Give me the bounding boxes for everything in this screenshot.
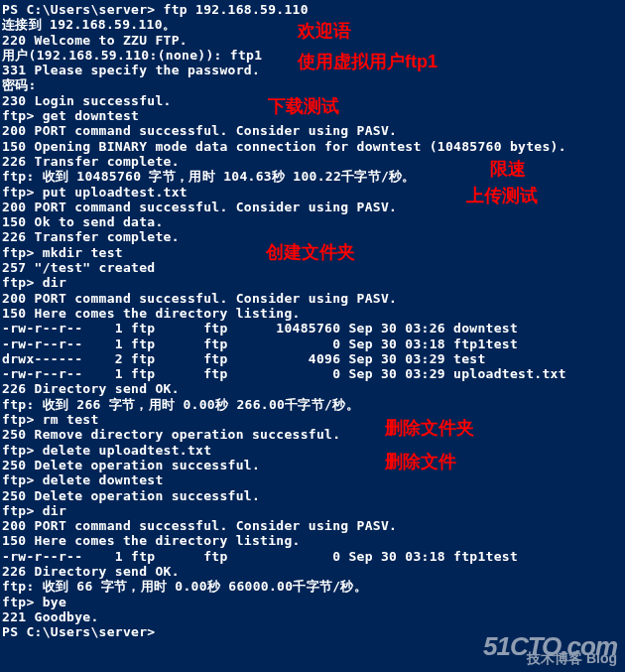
terminal-line: 226 Directory send OK. xyxy=(2,381,623,396)
watermark-url: 51CTO.com xyxy=(483,639,617,654)
terminal-line: PS C:\Users\server> xyxy=(2,624,623,639)
watermark-sub: 技术博客 Blog xyxy=(483,651,617,666)
terminal-line: 密码: xyxy=(2,77,623,92)
terminal-line: 221 Goodbye. xyxy=(2,609,623,624)
terminal-line: ftp> dir xyxy=(2,503,623,518)
terminal-line: -rw-r--r-- 1 ftp ftp 0 Sep 30 03:29 uplo… xyxy=(2,366,623,381)
terminal-line: 220 Welcome to ZZU FTP. xyxy=(2,33,623,48)
terminal-line: ftp> get downtest xyxy=(2,108,623,123)
terminal-line: 用户(192.168.59.110:(none)): ftp1 xyxy=(2,48,623,63)
terminal-line: 200 PORT command successful. Consider us… xyxy=(2,291,623,306)
terminal-line: ftp: 收到 66 字节，用时 0.00秒 66000.00千字节/秒。 xyxy=(2,579,623,594)
terminal-line: 150 Ok to send data. xyxy=(2,214,623,229)
terminal-line: -rw-r--r-- 1 ftp ftp 0 Sep 30 03:18 ftp1… xyxy=(2,549,623,564)
terminal-line: 230 Login successful. xyxy=(2,93,623,108)
terminal-line: 150 Here comes the directory listing. xyxy=(2,533,623,548)
terminal-line: 331 Please specify the password. xyxy=(2,63,623,77)
terminal-line: 连接到 192.168.59.110。 xyxy=(2,17,623,32)
terminal-line: ftp> bye xyxy=(2,595,623,609)
terminal-line: 150 Here comes the directory listing. xyxy=(2,306,623,321)
terminal-line: 250 Delete operation successful. xyxy=(2,488,623,503)
terminal-line: 226 Transfer complete. xyxy=(2,229,623,244)
terminal-line: 150 Opening BINARY mode data connection … xyxy=(2,139,623,154)
terminal-line: ftp> dir xyxy=(2,275,623,290)
terminal-line: ftp: 收到 10485760 字节，用时 104.63秒 100.22千字节… xyxy=(2,169,623,184)
terminal-line: drwx------ 2 ftp ftp 4096 Sep 30 03:29 t… xyxy=(2,351,623,366)
terminal-line: -rw-r--r-- 1 ftp ftp 10485760 Sep 30 03:… xyxy=(2,321,623,336)
terminal-line: ftp> rm test xyxy=(2,412,623,427)
terminal-line: 200 PORT command successful. Consider us… xyxy=(2,518,623,533)
terminal-line: ftp> delete downtest xyxy=(2,472,623,487)
terminal-line: ftp: 收到 266 字节，用时 0.00秒 266.00千字节/秒。 xyxy=(2,397,623,412)
terminal-line: 200 PORT command successful. Consider us… xyxy=(2,200,623,214)
terminal-line: ftp> delete uploadtest.txt xyxy=(2,443,623,458)
terminal-line: 200 PORT command successful. Consider us… xyxy=(2,123,623,138)
terminal-window[interactable]: PS C:\Users\server> ftp 192.168.59.110连接… xyxy=(0,0,625,641)
terminal-line: 226 Directory send OK. xyxy=(2,564,623,579)
terminal-line: 250 Delete operation successful. xyxy=(2,458,623,472)
terminal-line: ftp> mkdir test xyxy=(2,245,623,260)
terminal-line: ftp> put uploadtest.txt xyxy=(2,185,623,200)
terminal-line: 257 "/test" created xyxy=(2,260,623,275)
terminal-line: -rw-r--r-- 1 ftp ftp 0 Sep 30 03:18 ftp1… xyxy=(2,336,623,351)
terminal-line: 250 Remove directory operation successfu… xyxy=(2,427,623,442)
terminal-line: PS C:\Users\server> ftp 192.168.59.110 xyxy=(2,2,623,17)
watermark: 51CTO.com 技术博客 Blog xyxy=(483,639,617,666)
terminal-line: 226 Transfer complete. xyxy=(2,154,623,169)
